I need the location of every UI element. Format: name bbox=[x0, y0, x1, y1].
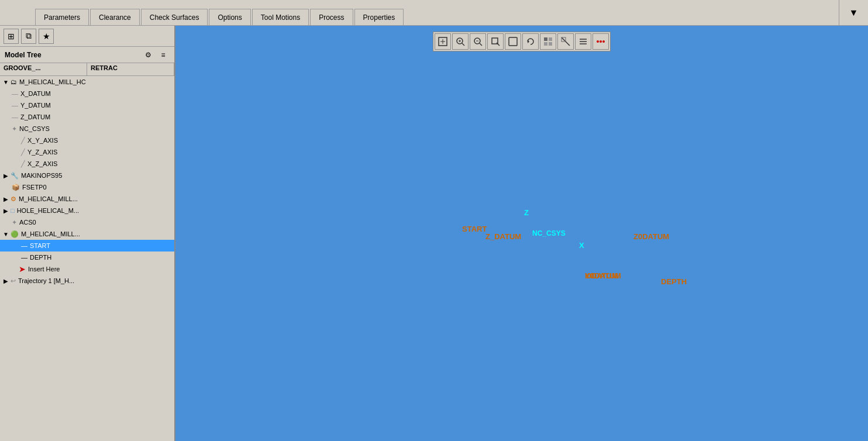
tree-item-x-z-axis[interactable]: ╱ X_Z_AXIS bbox=[0, 158, 174, 170]
viewport-settings-btn[interactable] bbox=[575, 33, 591, 50]
expand-trajectory1[interactable]: ▶ bbox=[2, 277, 9, 284]
zoom-in-btn[interactable] bbox=[452, 33, 469, 50]
svg-point-24 bbox=[600, 40, 602, 43]
tree-item-root[interactable]: ▼ 🗂 M_HELICAL_MILL_HC bbox=[0, 76, 174, 88]
acs0-icon: ✦ bbox=[12, 219, 17, 226]
tree-item-nc-csys[interactable]: ✦ NC_CSYS bbox=[0, 123, 174, 135]
svg-point-25 bbox=[602, 40, 605, 43]
x-datum-label: X_DATUM bbox=[20, 90, 51, 97]
depth-label: DEPTH bbox=[30, 254, 51, 261]
tree-item-trajectory1[interactable]: ▶ ↩ Trajectory 1 [M_H... bbox=[0, 275, 174, 287]
fsetp0-label: FSETP0 bbox=[22, 184, 47, 191]
expand-hole-helical[interactable]: ▶ bbox=[2, 207, 9, 214]
tree-item-y-datum[interactable]: — Y_DATUM bbox=[0, 99, 174, 111]
svg-rect-15 bbox=[549, 37, 552, 41]
tree-item-depth[interactable]: — DEPTH bbox=[0, 251, 174, 263]
m-helical-mill2-label: M_HELICAL_MILL... bbox=[19, 195, 78, 202]
tab-check-surfaces[interactable]: Check Surfaces bbox=[141, 9, 208, 25]
y-z-axis-label: Y_Z_AXIS bbox=[27, 149, 57, 156]
svg-rect-14 bbox=[544, 37, 547, 41]
model-tree-title: Model Tree bbox=[5, 51, 42, 59]
svg-point-23 bbox=[597, 40, 599, 43]
y0datum-label: Y0DATUM bbox=[585, 271, 621, 280]
insert-here[interactable]: ➤ Insert Here bbox=[0, 263, 174, 275]
x-y-axis-icon: ╱ bbox=[21, 137, 25, 144]
tab-process[interactable]: Process bbox=[310, 9, 353, 25]
i0datum-label: I0DATUM bbox=[585, 271, 618, 280]
x-datum-icon: — bbox=[12, 90, 18, 97]
y-datum-icon: — bbox=[12, 102, 18, 109]
tab-tool-motions[interactable]: Tool Motions bbox=[252, 9, 309, 25]
view2-btn[interactable] bbox=[557, 33, 574, 50]
tree-item-x-datum[interactable]: — X_DATUM bbox=[0, 88, 174, 99]
tree-item-acs0[interactable]: ✦ ACS0 bbox=[0, 216, 174, 228]
insert-here-label: Insert Here bbox=[28, 266, 60, 273]
rotate-btn[interactable] bbox=[522, 33, 539, 50]
tree-item-start[interactable]: — START bbox=[0, 240, 174, 251]
expand-m-helical-mill2[interactable]: ▶ bbox=[2, 195, 9, 202]
zoom-out-btn[interactable] bbox=[470, 33, 486, 50]
star-btn[interactable]: ★ bbox=[39, 29, 54, 44]
tree-item-z-datum[interactable]: — Z_DATUM bbox=[0, 111, 174, 123]
x-z-axis-icon: ╱ bbox=[21, 160, 25, 168]
left-toolbar: ⊞ ⧉ ★ bbox=[0, 26, 174, 47]
model-tree-icons: ⚙ ≡ bbox=[142, 49, 170, 61]
col-groove: GROOVE_... bbox=[0, 63, 87, 75]
model-tree-settings-icon[interactable]: ⚙ bbox=[142, 49, 154, 61]
svg-rect-12 bbox=[509, 37, 517, 46]
tab-parameters[interactable]: Parameters bbox=[35, 9, 89, 25]
left-panel: ⊞ ⧉ ★ Model Tree ⚙ ≡ GROOVE_... RETRAC ▼… bbox=[0, 26, 175, 441]
top-right-dropdown[interactable]: ▼ bbox=[839, 0, 868, 26]
insert-arrow-icon: ➤ bbox=[19, 264, 26, 274]
extra-btn[interactable] bbox=[593, 33, 609, 50]
svg-rect-17 bbox=[549, 42, 552, 46]
m-helical-mill3-label: M_HELICAL_MILL... bbox=[21, 230, 80, 237]
tab-clearance[interactable]: Clearance bbox=[90, 9, 140, 25]
root-label: M_HELICAL_MILL_HC bbox=[19, 78, 86, 85]
copy-btn[interactable]: ⧉ bbox=[21, 29, 36, 44]
expand-root[interactable]: ▼ bbox=[2, 78, 9, 85]
z-datum-icon: — bbox=[12, 113, 18, 120]
start-label-scene: START bbox=[462, 225, 487, 233]
nc-csys-label: NC_CSYS bbox=[19, 125, 50, 132]
pan-btn[interactable] bbox=[505, 33, 521, 50]
tree-item-fsetp0[interactable]: 📦 FSETP0 bbox=[0, 181, 174, 193]
zoom-rect-btn[interactable] bbox=[487, 33, 504, 50]
tree-item-x-y-axis[interactable]: ╱ X_Y_AXIS bbox=[0, 135, 174, 146]
viewport[interactable]: START Z_DATUM Z0DATUM Y0DATUM I0DATUM DE… bbox=[175, 26, 868, 441]
makinops-icon: 🔧 bbox=[11, 172, 19, 180]
expand-makinops[interactable]: ▶ bbox=[2, 172, 9, 179]
depth-icon: — bbox=[21, 254, 27, 261]
y-z-axis-icon: ╱ bbox=[21, 149, 25, 156]
svg-line-4 bbox=[462, 43, 464, 46]
3d-scene bbox=[175, 26, 351, 113]
tree-item-makinops95[interactable]: ▶ 🔧 MAKINOPS95 bbox=[0, 170, 174, 181]
acs0-label: ACS0 bbox=[19, 219, 36, 226]
tree-item-m-helical-mill2[interactable]: ▶ ⚙ M_HELICAL_MILL... bbox=[0, 193, 174, 205]
viewport-toolbar bbox=[433, 32, 611, 51]
m-helical-mill2-icon: ⚙ bbox=[11, 195, 16, 203]
tree-container: ▼ 🗂 M_HELICAL_MILL_HC — X_DATUM — Y_DATU… bbox=[0, 76, 174, 421]
hole-helical-label: HOLE_HELICAL_M... bbox=[17, 207, 79, 214]
tree-item-m-helical-mill3[interactable]: ▼ 🟢 M_HELICAL_MILL... bbox=[0, 228, 174, 240]
nc-csys-icon: ✦ bbox=[12, 125, 17, 133]
tab-properties[interactable]: Properties bbox=[354, 9, 404, 25]
fit-all-btn[interactable] bbox=[435, 33, 451, 50]
tree-item-y-z-axis[interactable]: ╱ Y_Z_AXIS bbox=[0, 146, 174, 158]
grid-view-btn[interactable]: ⊞ bbox=[4, 29, 19, 44]
model-tree-header: Model Tree ⚙ ≡ bbox=[0, 47, 174, 63]
z0datum-label: Z0DATUM bbox=[633, 232, 669, 241]
tree-item-hole-helical[interactable]: ▶ □ HOLE_HELICAL_M... bbox=[0, 205, 174, 216]
zdatum-label-top: Z_DATUM bbox=[485, 232, 521, 241]
column-headers: GROOVE_... RETRAC bbox=[0, 63, 174, 76]
root-icon: 🗂 bbox=[11, 78, 17, 85]
model-tree-menu-icon[interactable]: ≡ bbox=[157, 49, 170, 61]
expand-m-helical-mill3[interactable]: ▼ bbox=[2, 230, 9, 237]
x-axis-label: X bbox=[579, 241, 584, 250]
view1-btn[interactable] bbox=[540, 33, 556, 50]
tab-options[interactable]: Options bbox=[209, 9, 250, 25]
x-z-axis-label: X_Z_AXIS bbox=[27, 160, 57, 167]
x-y-axis-label: X_Y_AXIS bbox=[27, 137, 58, 144]
svg-line-8 bbox=[480, 43, 482, 46]
svg-marker-13 bbox=[528, 40, 529, 43]
